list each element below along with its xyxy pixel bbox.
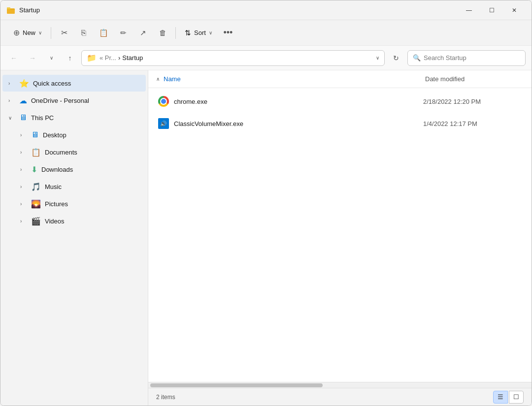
view-buttons: ☰ ☐ [493, 391, 524, 404]
paste-button[interactable]: 📋 [95, 24, 112, 42]
folder-address-icon: 📁 [87, 53, 97, 62]
status-count: 2 items [156, 394, 493, 401]
dropdown-nav-button[interactable]: ∨ [44, 51, 59, 65]
more-options-button[interactable]: ••• [219, 24, 237, 42]
toolbar: ⊕ New ∨ ✂ ⎘ 📋 ✏ ↗ 🗑 ⇅ Sort ∨ ••• [0, 20, 532, 46]
videos-icon: 🎬 [31, 217, 41, 226]
file-name: chrome.exe [174, 98, 423, 105]
volume-mixer-icon: 🔊 [158, 118, 169, 129]
file-date: 2/18/2022 12:20 PM [423, 98, 522, 105]
list-view-button[interactable]: ☰ [493, 391, 508, 404]
search-icon: 🔍 [413, 54, 421, 62]
sidebar: › ⭐ Quick access › ☁ OneDrive - Personal… [0, 70, 148, 406]
file-name: ClassicVolumeMixer.exe [174, 120, 423, 127]
file-list: chrome.exe 2/18/2022 12:20 PM 🔊 ClassicV… [148, 88, 532, 382]
pictures-icon: 🌄 [31, 199, 41, 209]
toolbar-separator-2 [175, 27, 176, 39]
chevron-right-icon: › [20, 219, 27, 224]
chevron-right-icon: › [8, 81, 15, 86]
search-box[interactable]: 🔍 [407, 50, 526, 66]
sidebar-item-label: Desktop [43, 131, 66, 139]
new-label: New [23, 29, 35, 36]
breadcrumb: « Pr... › Startup [100, 54, 143, 62]
minimize-button[interactable]: — [458, 2, 480, 18]
delete-icon: 🗑 [159, 29, 166, 37]
sidebar-item-label: OneDrive - Personal [31, 97, 89, 104]
star-icon: ⭐ [19, 79, 29, 88]
sidebar-item-label: Documents [45, 149, 77, 156]
chevron-right-icon: › [20, 201, 27, 207]
file-explorer-window: Startup — ☐ ✕ ⊕ New ∨ ✂ ⎘ 📋 ✏ ↗ 🗑 [0, 0, 532, 406]
sort-button[interactable]: ⇅ Sort ∨ [180, 24, 217, 42]
grid-view-button[interactable]: ☐ [509, 391, 524, 404]
column-name-header[interactable]: Name [164, 75, 425, 83]
file-date: 1/4/2022 12:17 PM [423, 120, 522, 127]
sort-arrow-icon: ∧ [156, 76, 160, 82]
up-button[interactable]: ↑ [63, 51, 77, 65]
sidebar-item-quick-access[interactable]: › ⭐ Quick access [2, 75, 146, 92]
chevron-down-icon: ∨ [8, 115, 15, 121]
forward-button[interactable]: → [25, 51, 40, 65]
sidebar-item-downloads[interactable]: › ⬇ Downloads [2, 161, 146, 178]
rename-icon: ✏ [120, 29, 127, 37]
back-button[interactable]: ← [6, 51, 21, 65]
breadcrumb-separator: › [118, 54, 120, 62]
copy-button[interactable]: ⎘ [75, 24, 93, 42]
sidebar-item-label: Quick access [33, 80, 71, 87]
sidebar-item-desktop[interactable]: › 🖥 Desktop [2, 126, 146, 143]
desktop-icon: 🖥 [31, 130, 39, 139]
new-button[interactable]: ⊕ New ∨ [8, 24, 47, 42]
sort-chevron-icon: ∨ [209, 30, 212, 35]
sidebar-item-videos[interactable]: › 🎬 Videos [2, 213, 146, 229]
file-pane: ∧ Name Date modified chrome.exe 2/18/202… [148, 70, 532, 406]
delete-button[interactable]: 🗑 [154, 24, 171, 42]
sidebar-item-music[interactable]: › 🎵 Music [2, 178, 146, 195]
sidebar-item-label: Music [45, 183, 62, 190]
file-row-volumemixer[interactable]: 🔊 ClassicVolumeMixer.exe 1/4/2022 12:17 … [150, 113, 530, 134]
downloads-icon: ⬇ [31, 165, 37, 174]
close-button[interactable]: ✕ [503, 2, 526, 18]
computer-icon: 🖥 [19, 113, 27, 122]
sidebar-nav: › ⭐ Quick access › ☁ OneDrive - Personal… [0, 70, 148, 406]
chrome-icon [158, 96, 169, 107]
music-icon: 🎵 [31, 182, 41, 191]
sort-label: Sort [194, 29, 206, 36]
file-row-chrome[interactable]: chrome.exe 2/18/2022 12:20 PM [150, 91, 530, 112]
cloud-icon: ☁ [19, 96, 27, 105]
main-content: › ⭐ Quick access › ☁ OneDrive - Personal… [0, 70, 532, 406]
chevron-right-icon: › [8, 98, 15, 103]
chevron-right-icon: › [20, 150, 27, 155]
breadcrumb-prefix: « Pr... [100, 54, 116, 62]
cut-button[interactable]: ✂ [55, 24, 73, 42]
chevron-right-icon: › [20, 167, 27, 172]
sidebar-item-label: This PC [31, 114, 54, 122]
toolbar-separator-1 [51, 27, 51, 39]
paste-icon: 📋 [99, 29, 108, 37]
window-controls: — ☐ ✕ [458, 2, 526, 18]
folder-title-icon [6, 6, 15, 15]
horizontal-scrollbar[interactable] [148, 382, 532, 388]
sidebar-item-label: Pictures [45, 200, 68, 208]
list-view-icon: ☰ [498, 393, 503, 401]
share-button[interactable]: ↗ [134, 24, 152, 42]
sidebar-item-documents[interactable]: › 📋 Documents [2, 144, 146, 160]
svg-rect-1 [7, 7, 10, 9]
copy-icon: ⎘ [81, 29, 86, 37]
sidebar-item-pictures[interactable]: › 🌄 Pictures [2, 195, 146, 212]
refresh-button[interactable]: ↻ [389, 51, 403, 65]
column-header: ∧ Name Date modified [148, 70, 532, 88]
new-chevron-icon: ∨ [38, 30, 42, 35]
chevron-right-icon: › [20, 132, 27, 138]
maximize-button[interactable]: ☐ [480, 2, 503, 18]
sidebar-item-onedrive[interactable]: › ☁ OneDrive - Personal [2, 92, 146, 109]
grid-view-icon: ☐ [513, 393, 519, 401]
address-bar-row: ← → ∨ ↑ 📁 « Pr... › Startup ∨ ↻ 🔍 [0, 46, 532, 70]
address-bar[interactable]: 📁 « Pr... › Startup ∨ [81, 50, 385, 66]
status-bar: 2 items ☰ ☐ [148, 388, 532, 406]
sidebar-item-this-pc[interactable]: ∨ 🖥 This PC [2, 109, 146, 126]
search-input[interactable] [424, 54, 520, 62]
window-title: Startup [19, 6, 458, 14]
chevron-right-icon: › [20, 184, 27, 189]
rename-button[interactable]: ✏ [114, 24, 132, 42]
column-date-header[interactable]: Date modified [425, 75, 524, 83]
